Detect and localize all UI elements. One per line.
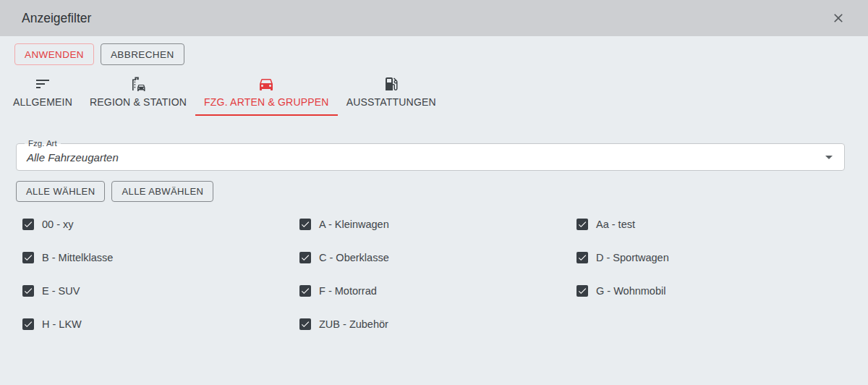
car-icon <box>258 75 275 93</box>
select-all-button[interactable]: ALLE WÄHLEN <box>16 181 105 202</box>
vehicle-group-label: C - Oberklasse <box>319 252 389 263</box>
dialog-header: Anzeigefilter <box>0 0 868 36</box>
tab-allgemein[interactable]: ALLGEMEIN <box>4 75 81 116</box>
vehicle-type-label: Fzg. Art <box>25 138 61 148</box>
vehicle-group-item[interactable]: E - SUV <box>22 284 299 297</box>
vehicle-group-label: F - Motorrad <box>319 285 377 297</box>
vehicle-group-label: Aa - test <box>596 219 635 230</box>
vehicle-group-label: ZUB - Zubehör <box>319 318 388 330</box>
checkbox-checked-icon[interactable] <box>576 219 588 230</box>
apply-button[interactable]: ANWENDEN <box>14 43 94 65</box>
tab-ausstattungen[interactable]: AUSSTATTUNGEN <box>338 75 445 116</box>
vehicle-group-grid: 00 - xy A - Kleinwagen Aa - test B - Mit… <box>22 218 868 330</box>
vehicle-type-select[interactable]: Fzg. Art Alle Fahrzeugarten <box>16 143 845 171</box>
checkbox-checked-icon[interactable] <box>576 252 588 263</box>
tab-label: AUSSTATTUNGEN <box>346 96 436 108</box>
checkbox-checked-icon[interactable] <box>22 252 34 263</box>
close-x-icon <box>831 11 846 25</box>
tab-bar: ALLGEMEIN REGION & STATION FZG. ARTEN & … <box>4 75 868 116</box>
vehicle-group-item[interactable]: G - Wohnmobil <box>576 284 854 297</box>
tab-label: ALLGEMEIN <box>13 96 72 108</box>
tab-label: REGION & STATION <box>90 96 187 108</box>
close-button[interactable] <box>830 10 846 26</box>
dropdown-arrow-icon <box>825 156 833 159</box>
vehicle-group-item[interactable]: D - Sportwagen <box>576 251 854 263</box>
vehicle-group-label: D - Sportwagen <box>596 252 669 263</box>
vehicle-group-label: H - LKW <box>42 318 82 330</box>
cancel-button[interactable]: ABBRECHEN <box>101 43 184 65</box>
vehicle-type-value: Alle Fahrzeugarten <box>17 151 148 164</box>
checkbox-checked-icon[interactable] <box>22 285 34 297</box>
tab-region-station[interactable]: REGION & STATION <box>81 75 195 116</box>
dialog-title: Anzeigefilter <box>22 11 91 26</box>
checkbox-checked-icon[interactable] <box>22 219 34 230</box>
vehicle-group-item[interactable]: 00 - xy <box>22 218 299 230</box>
vehicle-group-item[interactable]: F - Motorrad <box>299 284 576 297</box>
sort-lines-icon <box>34 75 51 93</box>
deselect-all-button[interactable]: ALLE ABWÄHLEN <box>111 181 213 202</box>
checkbox-checked-icon[interactable] <box>299 252 311 263</box>
vehicle-group-item[interactable]: C - Oberklasse <box>299 251 576 263</box>
checkbox-checked-icon[interactable] <box>22 318 34 330</box>
vehicle-group-item[interactable]: H - LKW <box>22 318 299 330</box>
vehicle-group-item[interactable]: Aa - test <box>576 218 854 230</box>
checkbox-checked-icon[interactable] <box>299 285 311 297</box>
action-bar: ANWENDEN ABBRECHEN <box>14 43 868 65</box>
vehicle-group-item[interactable]: ZUB - Zubehör <box>299 318 576 330</box>
building-car-icon <box>129 75 147 93</box>
gas-pump-icon <box>383 75 400 93</box>
checkbox-checked-icon[interactable] <box>576 285 588 297</box>
vehicle-group-label: A - Kleinwagen <box>319 219 389 230</box>
vehicle-group-label: B - Mittelklasse <box>42 252 113 263</box>
vehicle-group-item[interactable]: B - Mittelklasse <box>22 251 299 263</box>
vehicle-group-label: 00 - xy <box>42 219 74 230</box>
checkbox-checked-icon[interactable] <box>299 219 311 230</box>
filter-panel: Fzg. Art Alle Fahrzeugarten <box>16 143 846 171</box>
vehicle-group-label: E - SUV <box>42 285 80 297</box>
vehicle-group-label: G - Wohnmobil <box>596 285 665 297</box>
vehicle-group-item[interactable]: A - Kleinwagen <box>299 218 576 230</box>
tab-label: FZG. ARTEN & GRUPPEN <box>204 96 329 108</box>
bulk-action-bar: ALLE WÄHLEN ALLE ABWÄHLEN <box>16 181 868 202</box>
checkbox-checked-icon[interactable] <box>299 318 311 330</box>
tab-fzg-arten-gruppen[interactable]: FZG. ARTEN & GRUPPEN <box>195 75 338 116</box>
